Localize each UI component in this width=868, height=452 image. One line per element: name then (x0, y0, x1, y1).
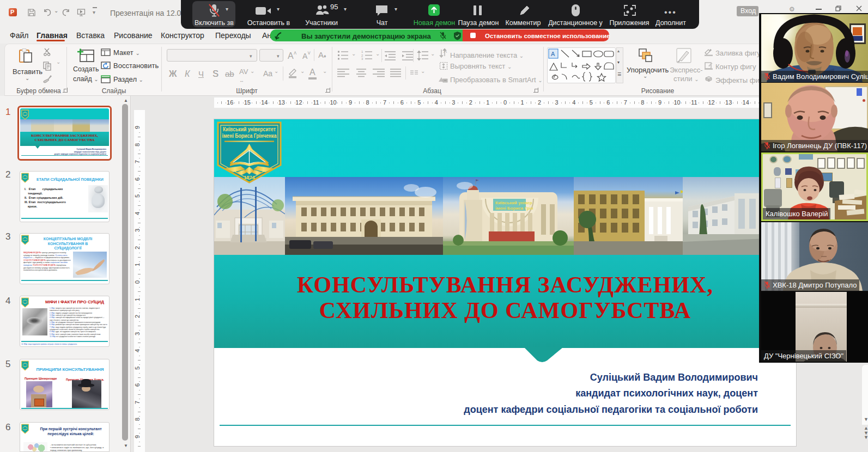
svg-text:1: 1 (361, 50, 363, 53)
svg-text:імені Бориса Грінченка: імені Бориса Грінченка (222, 133, 277, 139)
svg-text:3: 3 (361, 57, 363, 60)
svg-text:2: 2 (361, 54, 363, 57)
svg-text:А: А (551, 51, 555, 57)
svg-text:Київський університет: Київський університет (223, 126, 276, 132)
svg-text:A: A (444, 48, 447, 54)
svg-text:Київський універ: Київський універ (495, 200, 532, 205)
svg-text:імені Бориса Грін: імені Бориса Грін (495, 206, 533, 211)
svg-text:1874: 1874 (244, 175, 254, 180)
